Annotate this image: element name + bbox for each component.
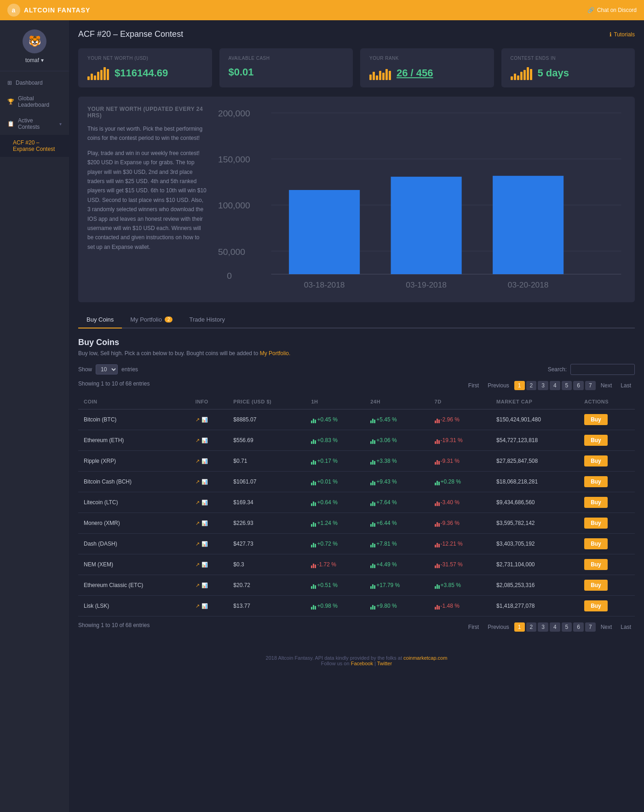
twitter-link[interactable]: Twitter [377, 661, 392, 666]
page-3-btn-bottom[interactable]: 3 [538, 622, 548, 632]
buy-button[interactable]: Buy [584, 518, 608, 529]
buy-button[interactable]: Buy [584, 538, 608, 549]
page-3-btn[interactable]: 3 [538, 381, 548, 390]
search-input[interactable] [570, 364, 635, 375]
cell-mcap: $54,727,123,818 [491, 430, 579, 451]
sub-item-label: ACF #20 – Expanse Contest [13, 139, 55, 152]
search-label: Search: [548, 366, 567, 373]
buy-button[interactable]: Buy [584, 414, 608, 425]
buy-button[interactable]: Buy [584, 600, 608, 611]
sidebar-item-acf20[interactable]: ACF #20 – Expanse Contest [0, 135, 69, 157]
table-controls: Show 10 25 50 entries Search: [78, 364, 635, 375]
dropdown-icon[interactable]: ▾ [41, 57, 44, 63]
buy-button[interactable]: Buy [584, 580, 608, 591]
external-link-icon[interactable]: ↗ [196, 479, 200, 485]
tab-buy-coins[interactable]: Buy Coins [78, 311, 122, 328]
col-7d: 7d [429, 394, 491, 409]
next-btn[interactable]: Next [597, 381, 616, 390]
sidebar-item-active-contests[interactable]: 📋 Active Contests ▾ [0, 113, 69, 135]
chart-icon[interactable]: 📊 [201, 541, 208, 547]
tab-label: Buy Coins [86, 316, 114, 323]
cell-mcap: $9,434,686,560 [491, 492, 579, 513]
stat-card-cash: AVAILABLE CASH $0.01 [219, 48, 353, 87]
sidebar-item-leaderboard[interactable]: 🏆 Global Leaderboard [0, 91, 69, 113]
page-4-btn-bottom[interactable]: 4 [550, 622, 560, 632]
cell-coin: Bitcoin (BTC) [78, 409, 190, 430]
table-row: Litecoin (LTC) ↗ 📊 $169.34 +0.64 % +7.64… [78, 492, 635, 513]
cell-coin: Ripple (XRP) [78, 451, 190, 472]
chart-icon[interactable]: 📊 [201, 603, 208, 609]
page-7-btn[interactable]: 7 [585, 381, 596, 390]
portfolio-link[interactable]: My Portfolio. [260, 350, 291, 357]
first-btn-bottom[interactable]: First [465, 622, 483, 632]
cell-1h: +0.72 % [305, 534, 365, 554]
buy-button[interactable]: Buy [584, 455, 608, 466]
page-7-btn-bottom[interactable]: 7 [585, 622, 596, 632]
chart-icon[interactable]: 📊 [201, 438, 208, 443]
prev-btn[interactable]: Previous [484, 381, 513, 390]
chart-icon[interactable]: 📊 [201, 520, 208, 526]
pagination-bottom-row: Showing 1 to 10 of 68 entries First Prev… [78, 622, 635, 632]
tutorials-link[interactable]: ℹ Tutorials [610, 31, 635, 38]
page-5-btn[interactable]: 5 [562, 381, 572, 390]
sidebar-item-label: Active Contests [18, 117, 56, 130]
table-row: Ethereum (ETH) ↗ 📊 $556.69 +0.83 % +3.06… [78, 430, 635, 451]
cell-1h: +0.45 % [305, 409, 365, 430]
external-link-icon[interactable]: ↗ [196, 582, 200, 588]
external-link-icon[interactable]: ↗ [196, 541, 200, 547]
buy-button[interactable]: Buy [584, 497, 608, 508]
chart-icon[interactable]: 📊 [201, 479, 208, 485]
chart-icon[interactable]: 📊 [201, 417, 208, 423]
cell-24h: +5.45 % [365, 409, 429, 430]
table-row: Bitcoin Cash (BCH) ↗ 📊 $1061.07 +0.01 % … [78, 472, 635, 492]
tab-trade-history[interactable]: Trade History [181, 311, 233, 328]
cell-info: ↗ 📊 [190, 472, 228, 492]
next-btn-bottom[interactable]: Next [597, 622, 616, 632]
external-link-icon[interactable]: ↗ [196, 500, 200, 506]
page-6-btn[interactable]: 6 [573, 381, 584, 390]
chart-icon[interactable]: 📊 [201, 562, 208, 568]
cell-coin: Ethereum (ETH) [78, 430, 190, 451]
sidebar-nav: ⊞ Dashboard 🏆 Global Leaderboard 📋 Activ… [0, 71, 69, 161]
table-row: Dash (DASH) ↗ 📊 $427.73 +0.72 % +7.81 % [78, 534, 635, 554]
page-title: ACF #20 – Expanse Contest [78, 29, 183, 39]
last-btn-bottom[interactable]: Last [617, 622, 635, 632]
show-label: Show [78, 366, 92, 373]
stat-value-rank[interactable]: 26 / 456 [397, 67, 433, 79]
external-link-icon[interactable]: ↗ [196, 458, 200, 464]
buy-button[interactable]: Buy [584, 476, 608, 487]
page-6-btn-bottom[interactable]: 6 [573, 622, 584, 632]
external-link-icon[interactable]: ↗ [196, 562, 200, 568]
cell-24h: +9.80 % [365, 596, 429, 616]
cell-24h: +7.64 % [365, 492, 429, 513]
entries-select[interactable]: 10 25 50 [96, 364, 118, 374]
chart-icon[interactable]: 📊 [201, 500, 208, 506]
cell-mcap: $18,068,218,281 [491, 472, 579, 492]
cmc-link[interactable]: coinmarketcap.com [403, 655, 447, 661]
discord-link[interactable]: 🔗 Chat on Discord [587, 7, 637, 13]
buy-button[interactable]: Buy [584, 559, 608, 570]
page-1-btn-bottom[interactable]: 1 [514, 622, 525, 632]
external-link-icon[interactable]: ↗ [196, 520, 200, 526]
facebook-link[interactable]: Facebook [351, 661, 373, 666]
page-1-btn[interactable]: 1 [514, 381, 525, 390]
external-link-icon[interactable]: ↗ [196, 438, 200, 443]
chart-icon[interactable]: 📊 [201, 458, 208, 464]
last-btn[interactable]: Last [617, 381, 635, 390]
page-4-btn[interactable]: 4 [550, 381, 560, 390]
external-link-icon[interactable]: ↗ [196, 603, 200, 609]
page-2-btn[interactable]: 2 [526, 381, 537, 390]
buy-button[interactable]: Buy [584, 435, 608, 446]
page-2-btn-bottom[interactable]: 2 [526, 622, 537, 632]
first-btn[interactable]: First [465, 381, 483, 390]
chevron-down-icon: ▾ [59, 121, 62, 127]
chart-icon[interactable]: 📊 [201, 582, 208, 588]
page-5-btn-bottom[interactable]: 5 [562, 622, 572, 632]
col-24h: 24h [365, 394, 429, 409]
external-link-icon[interactable]: ↗ [196, 417, 200, 423]
stat-label: AVAILABLE CASH [229, 56, 344, 61]
sidebar-item-dashboard[interactable]: ⊞ Dashboard [0, 75, 69, 91]
prev-btn-bottom[interactable]: Previous [484, 622, 513, 632]
tab-my-portfolio[interactable]: My Portfolio 2 [122, 311, 181, 328]
table-row: Bitcoin (BTC) ↗ 📊 $8885.07 +0.45 % +5.45… [78, 409, 635, 430]
